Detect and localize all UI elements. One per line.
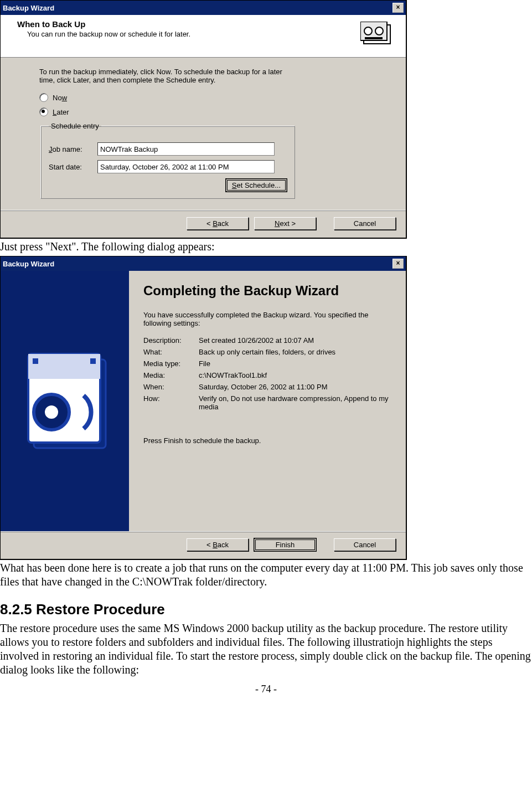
svg-point-2	[364, 27, 372, 35]
radio-later-label: Later	[53, 108, 69, 116]
svg-rect-12	[90, 358, 96, 364]
mediatype-val: File	[199, 359, 391, 368]
job-name-label: Job name:	[49, 145, 92, 153]
what-key: What:	[143, 348, 199, 356]
start-date-label: Start date:	[49, 163, 92, 171]
media-key: Media:	[143, 371, 199, 379]
button-bar-2: < Back Finish Cancel	[1, 531, 406, 559]
completing-body: Completing the Backup Wizard You have su…	[1, 271, 406, 531]
svg-point-3	[375, 27, 383, 35]
close-icon-2[interactable]: ×	[392, 259, 404, 269]
when-key: When:	[143, 383, 199, 391]
back-button[interactable]: < Back	[187, 217, 249, 230]
backup-wizard-dialog-2: Backup Wizard × Completing the Backup Wi…	[0, 256, 407, 560]
when-val: Saturday, October 26, 2002 at 11:00 PM	[199, 383, 391, 391]
backup-wizard-dialog-1: Backup Wizard × When to Back Up You can …	[0, 0, 407, 239]
svg-rect-11	[33, 358, 38, 364]
what-val: Back up only certain files, folders, or …	[199, 348, 391, 356]
section-heading: 8.2.5 Restore Procedure	[0, 601, 532, 618]
window-title-2: Backup Wizard	[3, 260, 54, 268]
svg-rect-4	[365, 37, 383, 39]
tape-icon	[360, 22, 394, 50]
cancel-button-2[interactable]: Cancel	[334, 538, 396, 551]
radio-now[interactable]	[39, 93, 48, 102]
button-bar-1: < Back Next > Cancel	[1, 210, 406, 238]
header-title: When to Back Up	[17, 19, 399, 29]
how-key: How:	[143, 394, 199, 411]
cancel-button[interactable]: Cancel	[334, 217, 396, 230]
press-finish: Press Finish to schedule the backup.	[143, 436, 391, 445]
svg-rect-8	[28, 354, 100, 379]
doc-paragraph-2: What has been done here is to create a j…	[0, 560, 532, 591]
back-button-2[interactable]: < Back	[187, 538, 249, 551]
how-val: Verify on, Do not use hardware compressi…	[199, 394, 391, 411]
radio-later[interactable]	[39, 107, 48, 116]
radio-now-label: Now	[53, 94, 67, 102]
completing-content: Completing the Backup Wizard You have su…	[129, 271, 406, 531]
radio-now-row[interactable]: Now	[39, 93, 384, 102]
radio-later-row[interactable]: Later	[39, 107, 384, 116]
wizard-body: To run the backup immediately, click Now…	[1, 58, 406, 210]
completing-line1: You have successfully completed the Back…	[143, 311, 391, 327]
desc-key: Description:	[143, 336, 199, 345]
schedule-legend: Schedule entry	[49, 122, 101, 130]
next-button[interactable]: Next >	[254, 217, 316, 230]
wizard-graphic	[1, 271, 129, 531]
finish-button[interactable]: Finish	[254, 538, 316, 551]
mediatype-key: Media type:	[143, 359, 199, 368]
instructions: To run the backup immediately, click Now…	[39, 68, 299, 84]
page-number: - 74 -	[0, 679, 532, 700]
close-icon[interactable]: ×	[392, 3, 404, 13]
completing-title: Completing the Backup Wizard	[143, 283, 391, 299]
window-title: Backup Wizard	[3, 4, 54, 12]
doc-paragraph-3: The restore procedure uses the same MS W…	[0, 620, 532, 679]
set-schedule-button[interactable]: Set Schedule...	[226, 179, 287, 192]
job-name-input[interactable]	[97, 142, 275, 156]
start-date-input[interactable]	[97, 160, 275, 173]
media-val: c:\NOWTrakTool1.bkf	[199, 371, 391, 379]
titlebar[interactable]: Backup Wizard ×	[1, 1, 406, 15]
doc-paragraph-1: Just press "Next". The following dialog …	[0, 239, 532, 256]
header-subtitle: You can run the backup now or schedule i…	[17, 29, 399, 38]
titlebar-2[interactable]: Backup Wizard ×	[1, 256, 406, 271]
desc-val: Set created 10/26/2002 at 10:07 AM	[199, 336, 391, 345]
schedule-entry-group: Schedule entry Job name: Start date: Set…	[40, 122, 295, 199]
svg-point-10	[45, 405, 58, 419]
wizard-header: When to Back Up You can run the backup n…	[1, 15, 406, 58]
